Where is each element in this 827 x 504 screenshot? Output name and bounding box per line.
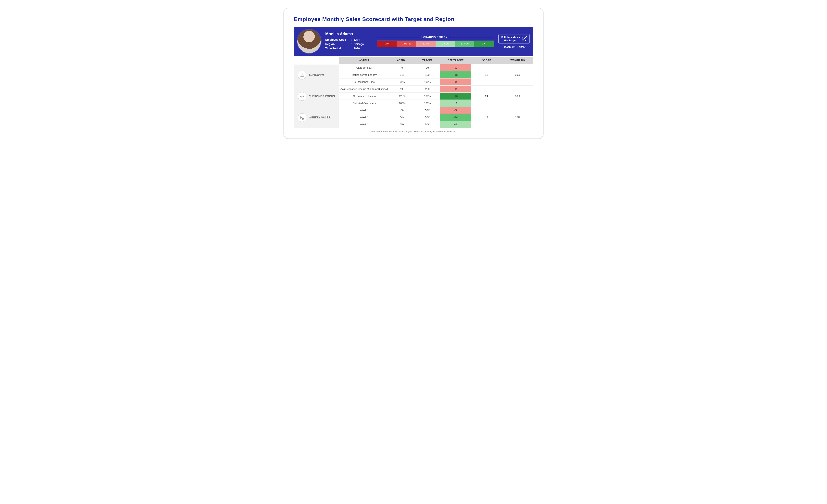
svg-rect-3 <box>301 75 301 76</box>
target-cell: 50K <box>415 107 440 114</box>
grade-cell: 0 to 10 <box>436 41 455 47</box>
th-aspect: ASPECT <box>339 57 389 64</box>
points-above-target: 16 Points above the Target <box>498 34 530 44</box>
th-actual: ACTUAL <box>389 57 415 64</box>
score-cell: 14 <box>471 107 502 128</box>
svg-rect-4 <box>302 74 302 76</box>
employee-code-label: Employee Code <box>325 38 351 41</box>
svg-rect-5 <box>303 75 303 76</box>
category-label: AVERAGES <box>309 73 324 77</box>
actual-cell: 64K <box>389 114 415 121</box>
score-data-table: ASPECT ACTUAL TARGET OFF TARGET SCORE WE… <box>339 57 533 128</box>
score-table: AVERAGES CUSTOMER FOCUS $ WEEKLY SALES <box>294 57 533 128</box>
target-cell: 100% <box>415 78 440 86</box>
target-icon <box>298 92 306 101</box>
target-cell: 100% <box>415 100 440 107</box>
grading-title: GRADING SYSTEM <box>423 36 447 39</box>
category-column: AVERAGES CUSTOMER FOCUS $ WEEKLY SALES <box>294 57 339 128</box>
employee-region-value: Chicago <box>354 43 364 46</box>
target-cell: 10 <box>415 64 440 71</box>
placement-label: Placement <box>502 46 515 48</box>
table-row: Calls per hour910-11230% <box>339 64 533 71</box>
employee-name: Monika Adams <box>325 32 373 36</box>
aspect-cell: % Response Time <box>339 78 389 86</box>
category-label: WEEKLY SALES <box>309 116 330 119</box>
aspect-cell: Issues solved per day <box>339 71 389 78</box>
bullseye-icon <box>522 36 528 42</box>
category-cell-weekly-sales: $ WEEKLY SALES <box>294 107 339 128</box>
aspect-cell: Satisfied Customers <box>339 100 389 107</box>
target-cell: 100 <box>415 71 440 78</box>
table-row: Avg.Response time (in Minutes) *30min=11… <box>339 86 533 93</box>
category-label: CUSTOMER FOCUS <box>309 95 335 98</box>
grading-scale: -20+ -10 to -20 -10 to 0 0 to 10 10 to 2… <box>377 41 494 47</box>
grade-cell: -20+ <box>377 41 397 47</box>
grade-cell: 20+ <box>474 41 494 47</box>
category-cell-averages: AVERAGES <box>294 64 339 86</box>
target-cell: 100% <box>415 93 440 100</box>
employee-period-label: Time Period <box>325 47 351 50</box>
employee-info: Monika Adams Employee Code : 1234 Region… <box>325 32 373 51</box>
slide-frame: Employee Monthly Sales Scorecard with Ta… <box>284 8 543 139</box>
actual-cell: 106% <box>389 100 415 107</box>
actual-cell: 115 <box>389 71 415 78</box>
page-title: Employee Monthly Sales Scorecard with Ta… <box>294 16 533 22</box>
weighting-cell: 30% <box>502 64 533 86</box>
target-cell: 200 <box>415 86 440 93</box>
table-header-row: ASPECT ACTUAL TARGET OFF TARGET SCORE WE… <box>339 57 533 64</box>
off-target-cell: +20 <box>440 93 471 100</box>
svg-point-8 <box>302 96 302 97</box>
off-target-cell: -5 <box>440 107 471 114</box>
employee-code-value: 1234 <box>354 38 360 41</box>
category-cell-customer-focus: CUSTOMER FOCUS <box>294 86 339 107</box>
points-line1: 16 Points above <box>500 36 520 39</box>
grade-cell: 10 to 20 <box>455 41 474 47</box>
points-line2: the Target <box>500 39 520 42</box>
off-target-cell: -2 <box>440 78 471 86</box>
placement-value: #2ND <box>519 46 526 48</box>
off-target-cell: -1 <box>440 64 471 71</box>
employee-header-band: Monika Adams Employee Code : 1234 Region… <box>294 27 533 56</box>
aspect-cell: Calls per hour <box>339 64 389 71</box>
aspect-cell: Week 3 <box>339 121 389 128</box>
actual-cell: 9 <box>389 64 415 71</box>
th-target: TARGET <box>415 57 440 64</box>
aspect-cell: Week 2 <box>339 114 389 121</box>
off-target-cell: -2 <box>440 86 471 93</box>
score-cell: 24 <box>471 86 502 107</box>
table-row: Week 145K50K-51420% <box>339 107 533 114</box>
th-offtarget: OFF TARGET <box>440 57 471 64</box>
aspect-cell: Customer Retention <box>339 93 389 100</box>
actual-cell: 98% <box>389 78 415 86</box>
avatar <box>297 30 321 53</box>
off-target-cell: +6 <box>440 100 471 107</box>
employee-region-label: Region <box>325 43 351 46</box>
off-target-cell: +15 <box>440 71 471 78</box>
placement-summary: 16 Points above the Target Placement : #… <box>498 34 530 48</box>
actual-cell: 198 <box>389 86 415 93</box>
footnote: This slide is 100% editable. Adapt it to… <box>294 130 533 132</box>
off-target-cell: +14 <box>440 114 471 121</box>
actual-cell: 120% <box>389 93 415 100</box>
sales-report-icon: $ <box>298 113 306 122</box>
target-cell: 50K <box>415 114 440 121</box>
th-weighting: WEIGHTING <box>502 57 533 64</box>
th-score: SCORE <box>471 57 502 64</box>
score-cell: 12 <box>471 64 502 86</box>
grading-system: GRADING SYSTEM -20+ -10 to -20 -10 to 0 … <box>377 36 494 47</box>
weighting-cell: 20% <box>502 107 533 128</box>
actual-cell: 55K <box>389 121 415 128</box>
actual-cell: 45K <box>389 107 415 114</box>
grade-cell: -10 to -20 <box>397 41 416 47</box>
weighting-cell: 50% <box>502 86 533 107</box>
target-cell: 50K <box>415 121 440 128</box>
aspect-cell: Avg.Response time (in Minutes) *30min=1 <box>339 86 389 93</box>
off-target-cell: +5 <box>440 121 471 128</box>
employee-period-value: 2020 <box>354 47 360 50</box>
bar-chart-icon <box>298 71 306 79</box>
aspect-cell: Week 1 <box>339 107 389 114</box>
grade-cell: -10 to 0 <box>416 41 436 47</box>
